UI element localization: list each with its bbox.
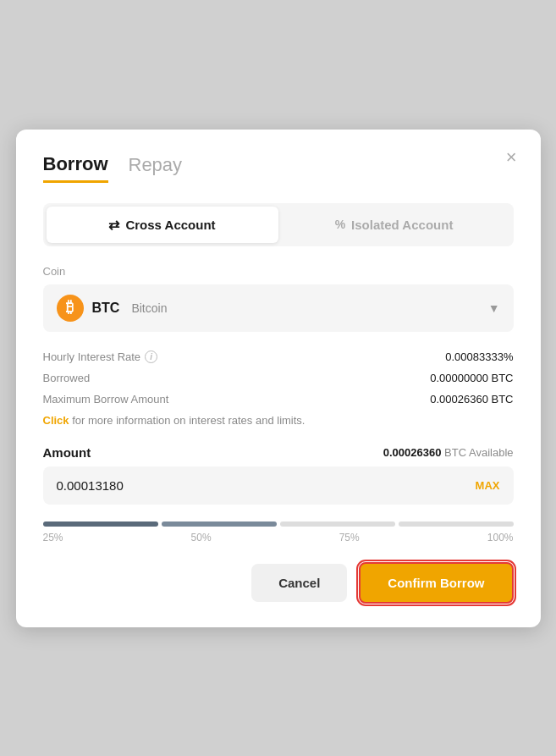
click-info-text: Click for more information on interest r… xyxy=(43,414,514,427)
amount-label: Amount xyxy=(43,445,91,460)
confirm-borrow-button[interactable]: Confirm Borrow xyxy=(359,562,513,604)
slider-segment-100[interactable] xyxy=(399,521,514,527)
hourly-rate-row: Hourly Interest Rate i 0.00083333% xyxy=(43,350,514,363)
account-toggle: ⇄ Cross Account % Isolated Account xyxy=(43,203,514,246)
isolated-account-icon: % xyxy=(335,218,345,231)
borrowed-value: 0.00000000 BTC xyxy=(430,372,513,384)
hourly-rate-value: 0.00083333% xyxy=(445,350,513,363)
btc-icon: ₿ xyxy=(57,295,84,322)
max-borrow-label: Maximum Borrow Amount xyxy=(43,393,169,406)
cross-account-icon: ⇄ xyxy=(108,217,119,233)
amount-header: Amount 0.00026360 BTC Available xyxy=(43,445,514,460)
available-unit: BTC Available xyxy=(444,446,513,459)
borrowed-row: Borrowed 0.00000000 BTC xyxy=(43,372,514,384)
coin-select-dropdown[interactable]: ₿ BTC Bitcoin ▼ xyxy=(43,284,514,332)
slider-segment-50[interactable] xyxy=(162,521,277,527)
info-icon[interactable]: i xyxy=(145,350,157,363)
isolated-account-button[interactable]: % Isolated Account xyxy=(278,207,510,242)
cancel-button[interactable]: Cancel xyxy=(251,564,347,602)
modal-header: Borrow Repay xyxy=(43,153,514,183)
click-info-suffix: for more information on interest rates a… xyxy=(69,414,306,427)
borrowed-label: Borrowed xyxy=(43,372,91,384)
hourly-rate-label: Hourly Interest Rate i xyxy=(43,350,158,363)
action-row: Cancel Confirm Borrow xyxy=(43,562,514,604)
slider-label-100: 100% xyxy=(487,532,514,544)
slider-segment-75[interactable] xyxy=(280,521,395,527)
coin-info: ₿ BTC Bitcoin xyxy=(57,295,168,322)
btc-symbol: ₿ xyxy=(66,299,74,317)
isolated-account-label: Isolated Account xyxy=(351,218,453,232)
slider-labels: 25% 50% 75% 100% xyxy=(43,532,514,544)
slider-bar[interactable] xyxy=(43,521,514,527)
amount-input-row[interactable]: 0.00013180 MAX xyxy=(43,466,514,505)
slider-label-50: 50% xyxy=(191,532,212,544)
slider-segment-25[interactable] xyxy=(43,521,158,527)
slider-label-25: 25% xyxy=(43,532,63,544)
close-button[interactable]: × xyxy=(506,148,517,167)
cross-account-button[interactable]: ⇄ Cross Account xyxy=(47,207,278,243)
coin-section-label: Coin xyxy=(43,265,514,278)
amount-available: 0.00026360 BTC Available xyxy=(383,446,514,459)
tab-borrow[interactable]: Borrow xyxy=(43,153,108,183)
click-link[interactable]: Click xyxy=(43,414,69,427)
amount-input-value[interactable]: 0.00013180 xyxy=(57,478,124,493)
max-button[interactable]: MAX xyxy=(476,479,500,492)
available-value: 0.00026360 xyxy=(383,446,442,459)
cross-account-label: Cross Account xyxy=(125,218,215,232)
coin-full-name: Bitcoin xyxy=(131,301,167,315)
max-borrow-row: Maximum Borrow Amount 0.00026360 BTC xyxy=(43,393,514,406)
coin-code: BTC xyxy=(92,301,120,316)
borrow-modal: Borrow Repay × ⇄ Cross Account % Isolate… xyxy=(16,130,541,627)
chevron-down-icon: ▼ xyxy=(488,301,500,315)
tab-repay[interactable]: Repay xyxy=(129,154,183,181)
max-borrow-value: 0.00026360 BTC xyxy=(430,393,513,406)
slider-label-75: 75% xyxy=(339,532,360,544)
